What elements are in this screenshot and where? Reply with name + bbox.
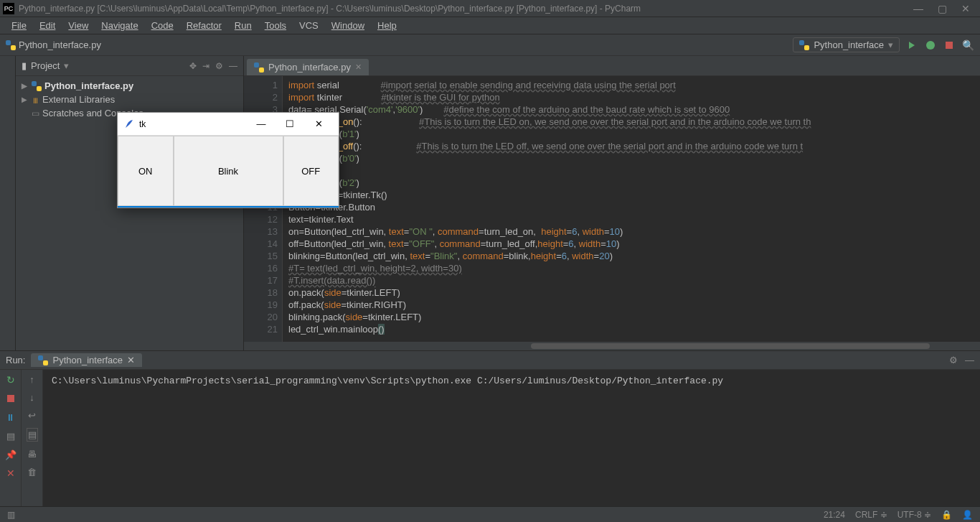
hide-icon[interactable] (965, 355, 974, 365)
gear-icon[interactable] (949, 355, 958, 365)
scratch-icon: ▭ (32, 108, 39, 118)
navigation-bar: Python_interface.py Python_interface 🔍 (0, 34, 980, 56)
tk-feather-icon (123, 118, 135, 130)
python-icon (38, 355, 48, 365)
tk-active-border (118, 206, 339, 208)
tk-minimize-button[interactable]: — (247, 118, 275, 129)
menu-tools[interactable]: Tools (259, 19, 292, 32)
stop-button[interactable] (943, 39, 956, 52)
app-icon: PC (3, 3, 14, 14)
trash-icon[interactable]: 🗑 (27, 467, 37, 477)
scroll-to-end-icon[interactable]: ▤ (27, 428, 38, 442)
close-run-button[interactable]: ✕ (5, 467, 17, 479)
os-titlebar: PC Python_interface.py [C:\Users\luminus… (0, 0, 980, 17)
tk-close-button[interactable]: ✕ (304, 118, 333, 129)
menu-bar: File Edit View Navigate Code Refactor Ru… (0, 17, 980, 34)
pause-button[interactable]: ⏸ (5, 411, 17, 423)
search-button[interactable]: 🔍 (961, 39, 974, 52)
scrollbar-thumb[interactable] (531, 343, 930, 349)
menu-view[interactable]: View (62, 19, 94, 32)
maximize-button[interactable]: ▢ (938, 3, 947, 14)
stop-icon (7, 395, 14, 402)
menu-edit[interactable]: Edit (34, 19, 61, 32)
menu-refactor[interactable]: Refactor (181, 19, 227, 32)
menu-window[interactable]: Window (326, 19, 370, 32)
tk-on-button[interactable]: ON (118, 136, 174, 206)
tk-titlebar[interactable]: tk — ☐ ✕ (118, 113, 339, 136)
up-arrow-icon[interactable]: ↑ (29, 374, 34, 385)
hide-icon[interactable] (229, 61, 237, 71)
window-title: Python_interface.py [C:\Users\luminus\Ap… (19, 4, 913, 14)
debug-button[interactable] (924, 39, 937, 52)
run-config-name: Python_interface (814, 39, 884, 50)
status-left-icon[interactable]: ▥ (7, 510, 15, 520)
left-tool-strip (0, 56, 16, 350)
menu-code[interactable]: Code (146, 19, 179, 32)
chevron-down-icon (888, 39, 893, 50)
stop-run-button[interactable] (5, 393, 17, 404)
down-arrow-icon[interactable]: ↓ (29, 392, 34, 403)
run-output[interactable]: C:\Users\luminus\PycharmProjects\serial_… (43, 370, 980, 506)
stop-icon (946, 42, 953, 49)
run-button[interactable] (905, 39, 918, 52)
cursor-position[interactable]: 21:24 (824, 510, 845, 520)
tk-blink-button[interactable]: Blink (174, 136, 283, 206)
code-editor[interactable]: 123456789101112131415161718192021 import… (244, 76, 980, 342)
editor-tab[interactable]: Python_interface.py ✕ (247, 59, 369, 75)
gear-icon[interactable] (215, 61, 223, 71)
file-encoding[interactable]: UTF-8 ≑ (897, 510, 931, 520)
collapse-icon[interactable]: ⇥ (202, 61, 209, 71)
run-configuration-selector[interactable]: Python_interface (793, 37, 900, 52)
breadcrumb[interactable]: Python_interface.py (6, 39, 101, 50)
library-icon: ⫼ (32, 95, 39, 104)
menu-vcs[interactable]: VCS (293, 19, 324, 32)
breadcrumb-file: Python_interface.py (19, 39, 101, 50)
python-file-icon (254, 62, 264, 73)
horizontal-scrollbar[interactable] (244, 342, 980, 350)
close-button[interactable]: ✕ (961, 3, 970, 14)
menu-help[interactable]: Help (372, 19, 402, 32)
run-toolbar-primary: ↻ ⏸ ▤ 📌 ✕ (0, 370, 22, 506)
run-tab[interactable]: Python_interface ✕ (31, 353, 142, 367)
project-panel-title: Project (31, 60, 60, 71)
python-icon (799, 40, 809, 50)
inspector-icon[interactable]: 👤 (962, 510, 973, 520)
python-file-icon (6, 40, 16, 50)
tk-popup-window: tk — ☐ ✕ ON Blink OFF (117, 112, 339, 208)
tree-root[interactable]: ▶ Python_interface.py (16, 79, 243, 93)
close-tab-icon[interactable]: ✕ (355, 62, 362, 72)
print-icon[interactable]: 🖶 (27, 449, 37, 460)
python-file-icon (32, 81, 42, 91)
play-icon (909, 42, 915, 49)
run-toolbar-secondary: ↑ ↓ ↩ ▤ 🖶 🗑 (22, 370, 43, 506)
lock-icon[interactable]: 🔒 (941, 510, 952, 520)
tk-window-title: tk (139, 119, 247, 129)
locate-icon[interactable]: ✥ (189, 61, 197, 71)
close-tab-icon[interactable]: ✕ (127, 355, 135, 365)
menu-run[interactable]: Run (229, 19, 258, 32)
tree-external-libraries[interactable]: ▶⫼ External Libraries (16, 93, 243, 106)
soft-wrap-icon[interactable]: ↩ (28, 410, 36, 421)
status-bar: ▥ 21:24 CRLF ≑ UTF-8 ≑ 🔒 👤 (0, 506, 980, 522)
menu-file[interactable]: File (6, 19, 32, 32)
run-label: Run: (6, 355, 25, 365)
minimize-button[interactable]: — (913, 3, 923, 14)
editor: Python_interface.py ✕ 123456789101112131… (244, 56, 980, 350)
project-panel-icon: ▮ (22, 60, 27, 71)
code-content[interactable]: import serial #import serial to enable s… (283, 76, 980, 342)
rerun-button[interactable]: ↻ (5, 374, 17, 386)
line-separator[interactable]: CRLF ≑ (855, 510, 887, 520)
menu-navigate[interactable]: Navigate (95, 19, 143, 32)
run-tool-window: Run: Python_interface ✕ ↻ ⏸ ▤ 📌 ✕ ↑ ↓ ↩ … (0, 350, 980, 506)
chevron-down-icon[interactable] (64, 60, 69, 71)
layout-button[interactable]: ▤ (5, 430, 17, 442)
tk-maximize-button[interactable]: ☐ (275, 118, 304, 129)
pin-button[interactable]: 📌 (5, 449, 17, 460)
tk-off-button[interactable]: OFF (283, 136, 339, 206)
bug-icon (926, 41, 935, 50)
